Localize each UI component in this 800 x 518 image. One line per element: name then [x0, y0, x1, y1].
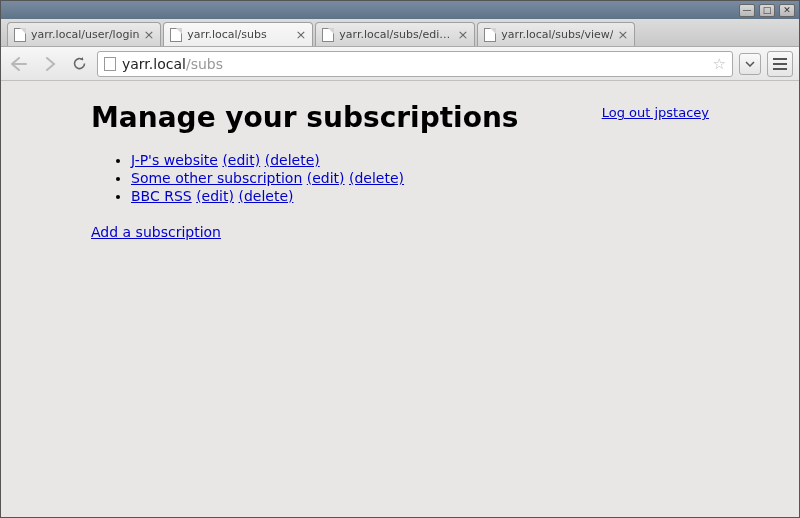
hamburger-icon	[773, 63, 787, 65]
window-close-button[interactable]: ✕	[779, 4, 795, 17]
url-text: yarr.local/subs	[122, 56, 707, 72]
browser-tab-0[interactable]: yarr.local/user/login ×	[7, 22, 161, 46]
delete-link[interactable]: (delete)	[238, 188, 293, 204]
page-icon	[104, 57, 116, 71]
chevron-down-icon	[745, 61, 755, 67]
close-icon[interactable]: ×	[143, 27, 154, 42]
hamburger-icon	[773, 68, 787, 70]
subscription-link[interactable]: J-P's website	[131, 152, 218, 168]
subscription-link[interactable]: BBC RSS	[131, 188, 192, 204]
close-icon[interactable]: ×	[617, 27, 628, 42]
page-icon	[322, 28, 334, 42]
page-title: Manage your subscriptions	[91, 101, 602, 134]
subscription-list: J-P's website (edit) (delete) Some other…	[131, 152, 709, 204]
url-host: yarr.local	[122, 56, 186, 72]
tab-label: yarr.local/subs	[187, 28, 291, 41]
logout-link[interactable]: Log out jpstacey	[602, 105, 709, 120]
hamburger-icon	[773, 58, 787, 60]
window-titlebar: — □ ✕	[1, 1, 799, 19]
page-icon	[170, 28, 182, 42]
edit-link[interactable]: (edit)	[196, 188, 234, 204]
browser-tab-1[interactable]: yarr.local/subs ×	[163, 22, 313, 46]
list-item: J-P's website (edit) (delete)	[131, 152, 709, 168]
reload-button[interactable]	[67, 52, 91, 76]
page-icon	[484, 28, 496, 42]
list-item: BBC RSS (edit) (delete)	[131, 188, 709, 204]
window-minimize-button[interactable]: —	[739, 4, 755, 17]
close-icon[interactable]: ×	[295, 27, 306, 42]
edit-link[interactable]: (edit)	[307, 170, 345, 186]
tab-label: yarr.local/subs/view/	[501, 28, 613, 41]
subscription-link[interactable]: Some other subscription	[131, 170, 302, 186]
back-button[interactable]	[7, 52, 31, 76]
page-viewport: Manage your subscriptions Log out jpstac…	[1, 81, 799, 517]
browser-tab-2[interactable]: yarr.local/subs/edit/5 ×	[315, 22, 475, 46]
tab-label: yarr.local/subs/edit/5	[339, 28, 453, 41]
list-item: Some other subscription (edit) (delete)	[131, 170, 709, 186]
page-content: Manage your subscriptions Log out jpstac…	[1, 81, 799, 261]
hamburger-menu-button[interactable]	[767, 51, 793, 77]
delete-link[interactable]: (delete)	[265, 152, 320, 168]
close-icon[interactable]: ×	[457, 27, 468, 42]
url-path: /subs	[186, 56, 223, 72]
url-dropdown-button[interactable]	[739, 53, 761, 75]
add-subscription-link[interactable]: Add a subscription	[91, 224, 221, 240]
browser-tab-3[interactable]: yarr.local/subs/view/ ×	[477, 22, 635, 46]
edit-link[interactable]: (edit)	[222, 152, 260, 168]
tab-label: yarr.local/user/login	[31, 28, 139, 41]
toolbar: yarr.local/subs ☆	[1, 47, 799, 81]
browser-window: — □ ✕ yarr.local/user/login × yarr.local…	[0, 0, 800, 518]
header-row: Manage your subscriptions Log out jpstac…	[91, 101, 709, 134]
reload-icon	[72, 56, 87, 71]
forward-icon	[42, 57, 56, 71]
window-maximize-button[interactable]: □	[759, 4, 775, 17]
page-icon	[14, 28, 26, 42]
tab-strip: yarr.local/user/login × yarr.local/subs …	[1, 19, 799, 47]
forward-button[interactable]	[37, 52, 61, 76]
bookmark-star-icon[interactable]: ☆	[713, 55, 726, 73]
back-icon	[11, 57, 27, 71]
delete-link[interactable]: (delete)	[349, 170, 404, 186]
address-bar[interactable]: yarr.local/subs ☆	[97, 51, 733, 77]
